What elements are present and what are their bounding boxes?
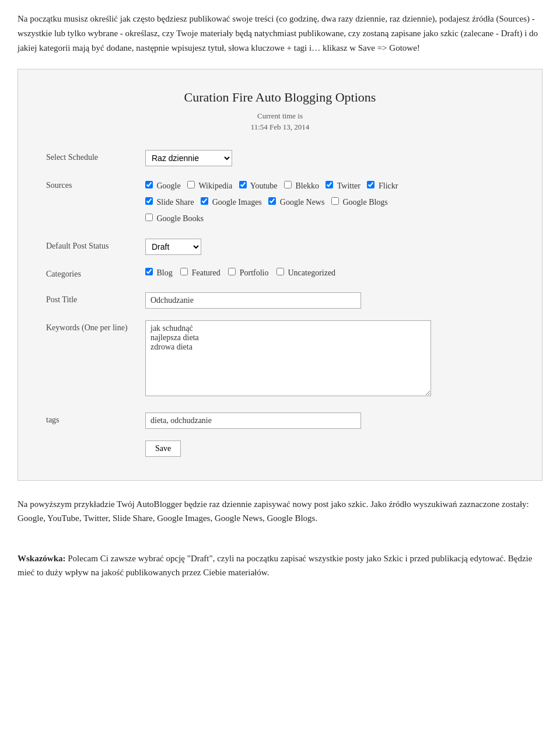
keywords-row: Keywords (One per line) jak schudnąć naj…: [41, 314, 519, 406]
post-status-select[interactable]: Draft Published: [145, 239, 201, 255]
checkbox-wikipedia[interactable]: [187, 181, 195, 188]
checkbox-featured[interactable]: [180, 268, 188, 275]
source-twitter[interactable]: Twitter: [326, 181, 362, 190]
categories-checkboxes: Blog Featured Portfolio Uncategorized: [145, 267, 514, 279]
source-wikipedia[interactable]: Wikipedia: [187, 181, 235, 190]
checkbox-google-books[interactable]: [145, 214, 153, 221]
tags-label: tags: [41, 407, 141, 435]
schedule-row: Select Schedule Co godzinę Dwa razy dzie…: [41, 144, 519, 172]
categories-row: Categories Blog Featured Portfolio Uncat…: [41, 261, 519, 286]
tags-input[interactable]: [145, 413, 361, 429]
checkbox-flickr[interactable]: [367, 181, 374, 188]
source-google-news[interactable]: Google News: [268, 198, 327, 207]
category-featured[interactable]: Featured: [180, 268, 222, 277]
keywords-textarea[interactable]: jak schudnąć najlepsza dieta zdrowa diet…: [145, 320, 431, 396]
post-title-label: Post Title: [41, 286, 141, 314]
tip-content: Polecam Ci zawsze wybrać opcję "Draft", …: [18, 554, 532, 578]
category-portfolio[interactable]: Portfolio: [228, 268, 271, 277]
sources-checkboxes: Google Wikipedia Youtube Blekko Twitter: [145, 178, 514, 227]
post-status-row: Default Post Status Draft Published: [41, 233, 519, 261]
category-uncategorized[interactable]: Uncategorized: [276, 268, 335, 277]
checkbox-google-blogs[interactable]: [331, 197, 339, 205]
source-blekko[interactable]: Blekko: [284, 181, 321, 190]
checkbox-youtube[interactable]: [239, 181, 247, 188]
schedule-select[interactable]: Co godzinę Dwa razy dziennie Raz dzienni…: [145, 150, 232, 166]
checkbox-google[interactable]: [145, 181, 153, 188]
options-form: Select Schedule Co godzinę Dwa razy dzie…: [41, 144, 519, 463]
options-panel: Curation Fire Auto Blogging Options Curr…: [18, 69, 542, 480]
sources-row: Sources Google Wikipedia Youtube Blekko: [41, 172, 519, 233]
panel-title: Curation Fire Auto Blogging Options: [41, 87, 519, 107]
outro-paragraph: Na powyższym przykładzie Twój AutoBlogge…: [18, 497, 542, 526]
tip-bold: Wskazówka:: [18, 554, 66, 563]
post-title-row: Post Title: [41, 286, 519, 314]
checkbox-twitter[interactable]: [326, 181, 333, 188]
save-row-label: [41, 435, 141, 463]
intro-paragraph: Na początku musisz określić jak często b…: [18, 12, 542, 55]
source-google[interactable]: Google: [145, 181, 183, 190]
source-youtube[interactable]: Youtube: [239, 181, 279, 190]
keywords-label: Keywords (One per line): [41, 314, 141, 406]
post-status-label: Default Post Status: [41, 233, 141, 261]
source-google-books[interactable]: Google Books: [145, 214, 204, 223]
tags-row: tags: [41, 407, 519, 435]
checkbox-google-images[interactable]: [201, 197, 208, 205]
post-title-input[interactable]: [145, 292, 361, 309]
save-button[interactable]: Save: [145, 441, 181, 457]
schedule-label: Select Schedule: [41, 144, 141, 172]
panel-subtitle: Current time is 11:54 Feb 13, 2014: [41, 111, 519, 132]
save-row: Save: [41, 435, 519, 463]
checkbox-blekko[interactable]: [284, 181, 292, 188]
checkbox-google-news[interactable]: [268, 197, 276, 205]
categories-label: Categories: [41, 261, 141, 286]
source-flickr[interactable]: Flickr: [367, 181, 398, 190]
checkbox-portfolio[interactable]: [228, 268, 236, 275]
checkbox-uncategorized[interactable]: [276, 268, 284, 275]
source-slideshare[interactable]: Slide Share: [145, 198, 196, 207]
checkbox-blog[interactable]: [145, 268, 153, 275]
tip-paragraph: Wskazówka: Polecam Ci zawsze wybrać opcj…: [18, 551, 542, 581]
sources-label: Sources: [41, 172, 141, 233]
source-google-images[interactable]: Google Images: [201, 198, 264, 207]
checkbox-slideshare[interactable]: [145, 197, 153, 205]
category-blog[interactable]: Blog: [145, 268, 174, 277]
source-google-blogs[interactable]: Google Blogs: [331, 198, 388, 207]
